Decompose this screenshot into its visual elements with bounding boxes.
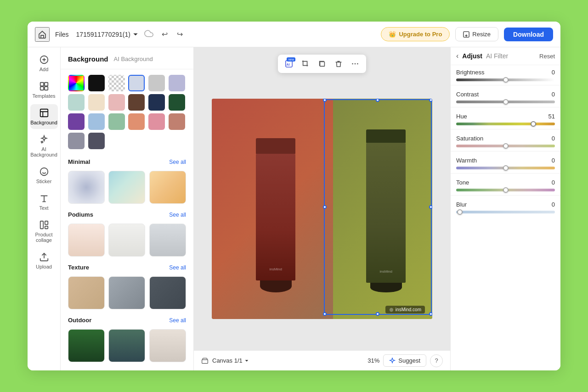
minimal-thumb-2[interactable] [108, 171, 145, 204]
hue-thumb[interactable] [531, 121, 536, 127]
plus-icon [39, 55, 49, 65]
saturation-thumb[interactable] [503, 143, 509, 149]
undo-button[interactable]: ↩ [159, 28, 170, 40]
texture-see-all[interactable]: See all [169, 264, 186, 271]
swatch-purple[interactable] [68, 113, 85, 130]
podium-thumb-1[interactable] [68, 224, 105, 257]
right-panel-header: ‹ Adjust AI Filter Reset [451, 47, 560, 65]
sidebar-item-templates[interactable]: Templates [30, 78, 58, 102]
resize-button[interactable]: Resize [455, 27, 498, 41]
swatch-warmgray[interactable] [68, 133, 85, 149]
back-button[interactable]: ‹ [456, 52, 458, 60]
adjust-tab[interactable]: Adjust [462, 52, 482, 60]
hue-slider[interactable] [456, 123, 555, 125]
swatch-navy[interactable] [148, 94, 165, 111]
ai-background-tab[interactable]: AI Background [114, 54, 153, 64]
outdoor-see-all[interactable]: See all [169, 317, 186, 324]
sidebar-item-upload[interactable]: Upload [30, 248, 58, 273]
blur-slider[interactable] [456, 211, 555, 213]
swatch-lightblue[interactable] [88, 113, 105, 130]
swatch-transparent[interactable] [108, 75, 125, 91]
swatch-salmon[interactable] [169, 113, 185, 130]
home-button[interactable] [35, 27, 50, 42]
texture-thumb-1[interactable] [68, 276, 105, 309]
svg-point-9 [40, 168, 48, 176]
suggest-button[interactable]: Suggest [383, 354, 426, 367]
podium-thumb-3[interactable] [149, 224, 186, 257]
tone-thumb[interactable] [503, 187, 509, 193]
podiums-title: Podiums [68, 211, 93, 218]
crown-icon: 👑 [389, 31, 396, 38]
swatch-sage[interactable] [108, 113, 125, 130]
blur-thumb[interactable] [457, 209, 463, 215]
sidebar-item-add[interactable]: Add [30, 51, 58, 76]
contrast-control: Contrast 0 [451, 87, 560, 105]
canvas-toolbar: AI new [278, 55, 366, 73]
podium-thumb-2[interactable] [108, 224, 145, 257]
canvas-area[interactable]: AI new [194, 47, 450, 370]
files-nav[interactable]: Files [55, 31, 69, 38]
sidebar-item-ai-background[interactable]: AI Background [30, 131, 58, 161]
more-options-button[interactable] [348, 56, 362, 71]
brightness-slider[interactable] [456, 78, 555, 81]
swatch-peach[interactable] [128, 113, 145, 130]
texture-thumb-3[interactable] [149, 276, 186, 309]
sidebar-item-text[interactable]: Text [30, 190, 58, 214]
filename-display[interactable]: 1715911770291(1) [76, 31, 139, 38]
svg-text:AI: AI [287, 62, 290, 67]
minimal-thumb-1[interactable] [68, 171, 105, 204]
brightness-thumb[interactable] [503, 77, 509, 83]
upgrade-pro-button[interactable]: 👑 Upgrade to Pro [381, 27, 450, 41]
crop-icon [301, 60, 310, 68]
swatch-black[interactable] [88, 75, 105, 91]
rotate-handle[interactable] [371, 318, 379, 319]
swatch-darkgray[interactable] [88, 133, 105, 149]
warmth-thumb[interactable] [503, 165, 509, 171]
saturation-control: Saturation 0 [451, 131, 560, 149]
swatch-lavender[interactable] [169, 75, 185, 91]
contrast-slider[interactable] [456, 101, 555, 103]
minimal-see-all[interactable]: See all [169, 159, 186, 165]
download-button[interactable]: Download [504, 28, 553, 41]
sidebar-item-background[interactable]: Background [30, 104, 58, 129]
warmth-slider[interactable] [456, 167, 555, 169]
minimal-thumbs [61, 167, 193, 207]
duplicate-button[interactable] [315, 56, 329, 71]
svg-rect-6 [40, 109, 48, 117]
swatch-brown[interactable] [128, 94, 145, 111]
podiums-see-all[interactable]: See all [169, 212, 186, 218]
swatch-forest[interactable] [169, 94, 185, 111]
swatch-blush[interactable] [108, 94, 125, 111]
layers-icon [201, 357, 209, 364]
swatch-rainbow[interactable] [68, 75, 85, 91]
outdoor-thumb-1[interactable] [68, 329, 105, 362]
delete-button[interactable] [331, 56, 346, 71]
minimal-thumb-3[interactable] [149, 171, 186, 204]
panel-header: Background AI Background [61, 47, 193, 69]
background-icon [39, 108, 49, 118]
swatch-lightgray[interactable] [148, 75, 165, 91]
canvas-label[interactable]: Canvas 1/1 [212, 357, 249, 364]
swatch-selected[interactable] [128, 75, 145, 91]
canvas-image-area[interactable]: insMind insMind [212, 99, 432, 319]
svg-rect-18 [320, 62, 325, 67]
ai-edit-button[interactable]: AI new [282, 56, 296, 71]
contrast-thumb[interactable] [503, 99, 509, 105]
ai-filter-tab[interactable]: AI Filter [486, 52, 508, 60]
redo-button[interactable]: ↪ [174, 28, 186, 40]
ai-background-icon [39, 134, 49, 145]
reset-button[interactable]: Reset [539, 53, 555, 60]
sidebar-item-product-collage[interactable]: Product collage [30, 216, 58, 246]
outdoor-thumb-3[interactable] [149, 329, 186, 362]
swatch-cream[interactable] [88, 94, 105, 111]
help-button[interactable]: ? [430, 354, 443, 367]
tone-slider[interactable] [456, 189, 555, 191]
sidebar-item-sticker[interactable]: Sticker [30, 163, 58, 188]
crop-button[interactable] [298, 56, 313, 71]
texture-thumb-2[interactable] [108, 276, 145, 309]
swatch-pink[interactable] [148, 113, 165, 130]
swatch-mint[interactable] [68, 94, 85, 111]
saturation-slider[interactable] [456, 145, 555, 147]
expand-icon [244, 358, 249, 363]
outdoor-thumb-2[interactable] [108, 329, 145, 362]
